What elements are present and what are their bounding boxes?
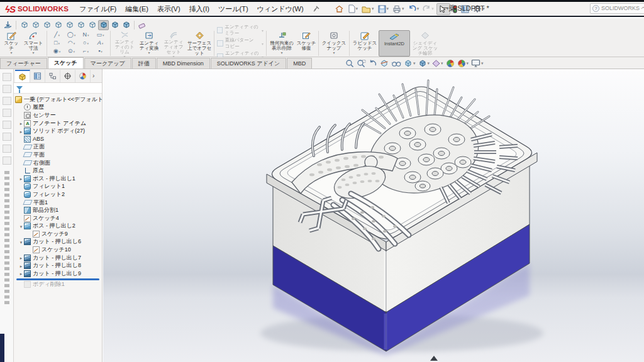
circle-tool[interactable]: ◯ (64, 31, 79, 40)
tree-item-sketch10[interactable]: スケッチ10 (15, 246, 102, 254)
ellipse-tool[interactable]: ○ (79, 40, 93, 48)
tree-item-sketch9[interactable]: スケッチ9 (15, 230, 102, 238)
tree-item-cut-extrude6[interactable]: カット - 押し出し6 (15, 238, 102, 246)
tree-item-fillet2[interactable]: フィレット2 (15, 190, 102, 199)
view-orientation-icon[interactable] (403, 58, 416, 68)
tree-item-plane1[interactable]: 平面1 (15, 199, 102, 207)
slot-tool[interactable]: ◉ (50, 48, 64, 56)
menu-tools[interactable]: ツール(T) (214, 3, 253, 15)
tree-item-cut-extrude8[interactable]: カット - 押し出し8 (15, 261, 102, 270)
viewport-expand-arrow[interactable] (430, 356, 438, 361)
view-cube-left-icon[interactable] (42, 20, 52, 30)
plane-tool[interactable]: ▪ (93, 48, 108, 56)
convert-entities-button[interactable]: エンティティ変換 ▾ (137, 30, 161, 57)
section-view-icon[interactable] (379, 58, 389, 68)
view-cube-right-icon[interactable] (53, 20, 64, 30)
tab-evaluate[interactable]: 評価 (132, 58, 156, 69)
dock-tool-icon-2[interactable] (3, 85, 11, 93)
menu-file[interactable]: ファイル(F) (75, 3, 121, 15)
tree-item-sensors[interactable]: センサー (15, 111, 102, 119)
sketch-button[interactable]: スケッチ ▾ (1, 30, 21, 57)
view-cube-bottom-icon[interactable] (75, 20, 86, 30)
zoom-to-fit-icon[interactable] (345, 58, 355, 69)
displaymanager-tab[interactable] (75, 70, 91, 82)
display-style-icon[interactable] (418, 58, 431, 68)
tab-features[interactable]: フィーチャー (0, 58, 47, 69)
rectangle-tool[interactable]: ▭ (93, 31, 108, 40)
tree-item-split1[interactable]: 部品分割1 (15, 206, 102, 214)
point-tool[interactable]: ⊙ (64, 48, 79, 56)
corner-rectangle-tool[interactable]: □ (50, 40, 64, 48)
featuremanager-expand-arrow[interactable]: › (91, 72, 96, 79)
tree-item-origin[interactable]: 原点 (15, 167, 102, 175)
rollback-bar[interactable] (16, 278, 99, 280)
eraser-icon[interactable] (137, 20, 148, 30)
save-button[interactable] (377, 4, 391, 14)
dock-tool-icon-4[interactable] (3, 109, 11, 117)
help-search-box[interactable]: ? SOLIDWORKS ヘルプ検索 (590, 3, 644, 14)
tree-item-boss-extrude2[interactable]: ボス - 押し出し2 (15, 222, 102, 231)
view-cube-shaded1-icon[interactable] (109, 20, 120, 30)
graphics-viewport[interactable] (103, 69, 644, 362)
dock-tool-icon-5[interactable] (3, 121, 11, 129)
view-cube-shaded2-icon[interactable] (121, 20, 131, 30)
instant2d-button[interactable]: Instant2D (379, 30, 410, 57)
display-delete-relations-button[interactable]: 幾何拘束の表示/削除 ▾ (268, 30, 296, 57)
tree-item-cut-extrude9[interactable]: カット - 押し出し9 (15, 270, 102, 278)
tree-item-delete-body1[interactable]: ボディ削除1 (15, 281, 102, 289)
apply-scene-icon[interactable] (457, 58, 470, 69)
menu-view[interactable]: 表示(V) (153, 3, 185, 15)
tree-item-history[interactable]: 履歴 (15, 104, 102, 112)
arc-tool[interactable]: ◠ (64, 40, 79, 48)
smart-dimension-button[interactable]: スマート寸法 ▾ (21, 30, 45, 57)
edit-appearance-icon[interactable] (445, 58, 455, 69)
spline-tool[interactable]: N (79, 31, 93, 40)
zoom-to-area-icon[interactable] (356, 58, 367, 69)
view-cube-iso-icon[interactable] (87, 20, 97, 30)
open-button[interactable] (360, 4, 375, 14)
dock-tool-icon-6[interactable] (3, 133, 11, 141)
menu-edit[interactable]: 編集(E) (121, 3, 153, 15)
menu-insert[interactable]: 挿入(I) (185, 3, 214, 15)
tree-item-material[interactable]: ABS (15, 135, 102, 143)
offset-on-surface-button[interactable]: サーフェス上でオフセット (186, 30, 213, 57)
view-cube-front-icon[interactable] (19, 20, 30, 30)
fillet-tool[interactable]: ⌐ (79, 48, 93, 56)
tree-item-cut-extrude7[interactable]: カット - 押し出し7 (15, 254, 102, 262)
view-cube-back-icon[interactable] (30, 20, 41, 30)
view-cube-selected-icon[interactable] (98, 20, 109, 30)
previous-view-icon[interactable] (368, 58, 378, 68)
featuremanager-tree-tab[interactable] (15, 70, 30, 82)
hide-show-items-icon[interactable] (391, 59, 402, 68)
tree-item-solid-bodies[interactable]: ソリッド ボディ(27) (15, 127, 102, 135)
print-button[interactable] (391, 4, 406, 14)
repair-sketch-button[interactable]: スケッチ修復 (296, 30, 317, 57)
propertymanager-tab[interactable] (30, 70, 45, 82)
view-cube-top-icon[interactable] (64, 20, 75, 30)
new-document-button[interactable] (347, 3, 360, 14)
tab-sketch[interactable]: スケッチ (48, 57, 84, 69)
view-settings-icon[interactable] (470, 58, 484, 68)
quick-snaps-button[interactable]: クイックスナップ ▾ (320, 30, 348, 57)
tab-mbd[interactable]: MBD (287, 58, 312, 69)
home-button[interactable] (333, 3, 345, 14)
tree-item-fillet1[interactable]: フィレット1 (15, 183, 102, 191)
dock-tool-icon-3[interactable] (3, 97, 11, 105)
tab-mbd-dimension[interactable]: MBD Dimension (157, 58, 210, 69)
dock-tool-icon-7[interactable] (3, 145, 11, 153)
tree-item-right-plane[interactable]: 右側面 (15, 159, 102, 167)
tree-item-sketch4[interactable]: スケッチ4 (15, 214, 102, 222)
dock-tool-icon-8[interactable] (3, 156, 11, 165)
dimxpertmanager-tab[interactable] (60, 70, 75, 82)
pin-menu-icon[interactable] (312, 4, 321, 13)
tree-item-boss-extrude1[interactable]: ボス - 押し出し1 (15, 175, 102, 183)
tab-markup[interactable]: マークアップ (84, 58, 131, 69)
configurationmanager-tab[interactable] (45, 70, 60, 82)
line-tool[interactable]: ╱ (50, 31, 64, 40)
menu-window[interactable]: ウィンドウ(W) (253, 3, 308, 15)
tree-item-front-plane[interactable]: 正面 (15, 143, 102, 151)
rapid-sketch-button[interactable]: ラピッドスケッチ (351, 30, 379, 57)
dock-tool-icon-1[interactable] (3, 73, 11, 81)
hide-show-types-icon[interactable] (431, 59, 444, 68)
tree-filter-row[interactable] (14, 83, 102, 94)
